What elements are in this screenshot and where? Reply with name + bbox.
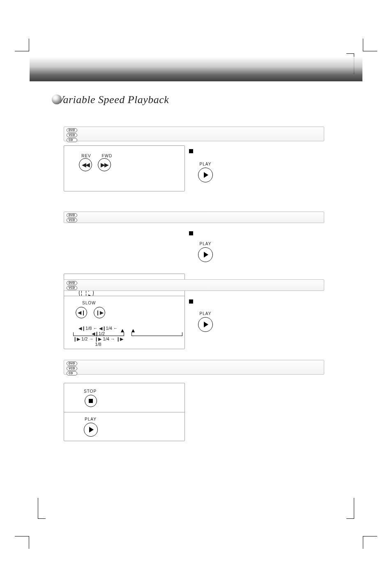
crop-mark <box>29 536 29 549</box>
badge-vcd: VCD <box>67 366 77 371</box>
play-button[interactable] <box>198 168 213 182</box>
page-title: Variable Speed Playback <box>58 94 169 106</box>
play-label: PLAY <box>85 417 97 421</box>
card-slow: SLOW ◀❙ ❙▶ ◀❙1/8 ← ◀❙1/4 ← ◀❙1/2 ❙▶ 1/2 … <box>64 296 185 349</box>
square-bullet-icon <box>189 299 193 304</box>
title-bullet-icon <box>52 94 62 104</box>
fwd-icon: ▶▶ <box>101 161 108 168</box>
play-button[interactable] <box>198 247 213 262</box>
crop-bracket <box>38 498 46 519</box>
stop-button[interactable] <box>85 395 97 407</box>
slow-label: SLOW <box>82 301 96 305</box>
badge-dvd: DVD <box>67 128 77 132</box>
slow-rev-button[interactable]: ◀❙ <box>76 307 87 318</box>
square-bullet-icon <box>189 149 193 153</box>
section-bar-step: DVD VCD <box>64 212 324 223</box>
play-button[interactable] <box>198 317 213 332</box>
rev-label: REV <box>78 154 95 158</box>
play-icon <box>89 427 94 433</box>
badge-dvd: DVD <box>67 361 77 366</box>
play-label: PLAY <box>193 162 218 166</box>
crop-mark <box>363 536 377 536</box>
crop-mark <box>363 51 377 51</box>
page-title-wrap: Variable Speed Playback <box>58 94 169 106</box>
slow-speed-cycle: ◀❙1/8 ← ◀❙1/4 ← ◀❙1/2 ❙▶ 1/2 → ❙▶ 1/4 → … <box>71 326 184 347</box>
slow-rev-icon: ◀❙ <box>78 310 85 315</box>
badge-vcd: VCD <box>67 133 77 137</box>
slow-fwd-icon: ❙▶ <box>96 310 104 315</box>
crop-bracket <box>346 498 354 519</box>
play-icon <box>204 172 208 178</box>
badge-vcd: VCD <box>67 218 77 222</box>
card-fastscan: REV FWD ◀◀ ▶▶ <box>64 145 185 191</box>
cycle-bracket-fwd <box>131 332 182 336</box>
badge-dvd: DVD <box>67 213 77 217</box>
play-icon <box>204 252 208 258</box>
header-banner <box>30 57 362 81</box>
section-bar-slow: DVD VCD <box>64 279 324 291</box>
square-bullet-icon <box>189 231 193 235</box>
note-fastscan <box>189 147 323 154</box>
crop-mark <box>15 536 29 536</box>
stop-icon <box>89 399 93 403</box>
note-slow <box>189 297 323 305</box>
play-icon <box>204 322 208 327</box>
section-bar-fastscan: DVD VCD CD <box>64 127 324 141</box>
cycle-bracket-rev <box>73 332 124 336</box>
fwd-button[interactable]: ▶▶ <box>98 158 111 171</box>
badge-cd: CD <box>67 371 77 375</box>
fwd-label: FWD <box>99 154 115 158</box>
stop-label: STOP <box>84 389 97 394</box>
note-step <box>189 229 323 237</box>
crop-mark <box>29 39 29 51</box>
card-divider <box>64 412 184 412</box>
play-resume-step: PLAY <box>193 242 218 262</box>
play-resume-fastscan: PLAY <box>193 162 218 182</box>
rev-button[interactable]: ◀◀ <box>79 158 92 171</box>
crop-mark <box>363 536 363 549</box>
badge-cd: CD <box>67 138 77 142</box>
badge-dvd: DVD <box>67 281 77 285</box>
card-stop-resume: STOP PLAY <box>64 383 185 441</box>
crop-mark <box>15 51 29 51</box>
play-label: PLAY <box>193 311 218 316</box>
rev-icon: ◀◀ <box>82 161 89 168</box>
section-bar-stop: DVD VCD CD <box>64 360 324 375</box>
play-button[interactable] <box>84 423 98 437</box>
badge-vcd: VCD <box>67 286 77 290</box>
play-label: PLAY <box>193 242 218 246</box>
slow-fwd-button[interactable]: ❙▶ <box>94 307 105 318</box>
slow-fwd-sequence: ❙▶ 1/2 → ❙▶ 1/4 → ❙▶ 1/8 <box>71 336 125 347</box>
crop-mark <box>363 39 363 51</box>
play-resume-slow: PLAY <box>193 311 218 332</box>
